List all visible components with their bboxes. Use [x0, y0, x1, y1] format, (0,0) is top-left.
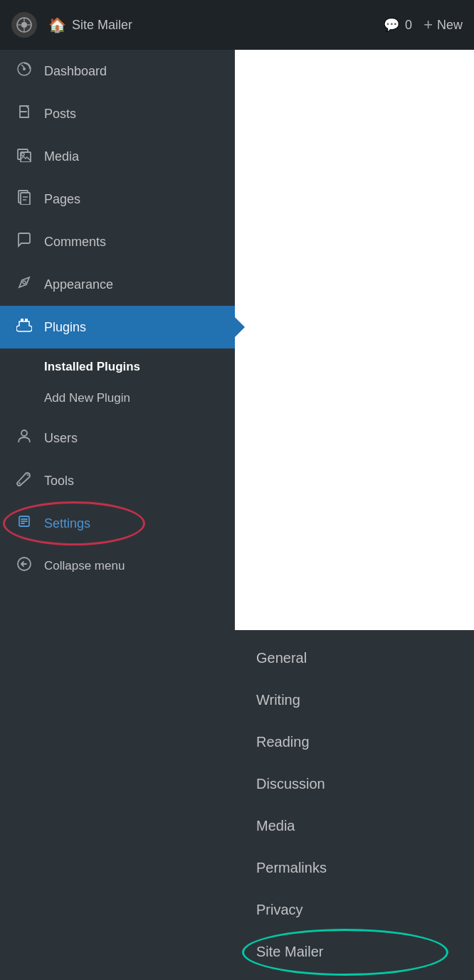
site-mailer-label: Site Mailer [256, 944, 323, 959]
settings-menu-permalinks[interactable]: Permalinks [235, 847, 474, 889]
main-layout: Dashboard Posts Media [0, 50, 474, 980]
svg-point-17 [21, 430, 27, 436]
media-icon [14, 147, 34, 166]
settings-menu-privacy[interactable]: Privacy [235, 889, 474, 931]
pages-label: Pages [44, 192, 80, 207]
sidebar: Dashboard Posts Media [0, 50, 235, 980]
reading-label: Reading [256, 734, 310, 750]
tools-label: Tools [44, 474, 74, 489]
tools-icon [14, 471, 34, 491]
sidebar-item-users[interactable]: Users [0, 417, 235, 459]
dashboard-label: Dashboard [44, 64, 107, 79]
pages-icon [14, 189, 34, 209]
sidebar-item-tools[interactable]: Tools [0, 459, 235, 502]
svg-line-6 [21, 65, 24, 68]
plugins-submenu: Installed Plugins Add New Plugin [0, 348, 235, 417]
settings-menu-reading[interactable]: Reading [235, 721, 474, 763]
plugins-icon [14, 317, 34, 337]
svg-rect-11 [21, 193, 30, 205]
admin-bar-new[interactable]: + New [423, 16, 463, 34]
main-white-content [235, 50, 474, 630]
settings-dropdown: General Writing Reading Discussion Media… [235, 630, 474, 980]
posts-label: Posts [44, 107, 76, 122]
appearance-label: Appearance [44, 277, 113, 292]
comments-sidebar-icon [14, 232, 34, 252]
comments-label: Comments [44, 235, 106, 250]
installed-plugins-label: Installed Plugins [44, 360, 140, 373]
discussion-label: Discussion [256, 776, 325, 792]
dashboard-icon [14, 61, 34, 81]
add-new-plugin-label: Add New Plugin [44, 391, 130, 405]
site-name-label: Site Mailer [72, 18, 132, 33]
home-icon: 🏠 [48, 16, 66, 33]
settings-menu-discussion[interactable]: Discussion [235, 763, 474, 805]
svg-point-18 [19, 482, 20, 484]
permalinks-label: Permalinks [256, 860, 327, 875]
writing-label: Writing [256, 692, 300, 708]
settings-menu-writing[interactable]: Writing [235, 679, 474, 721]
svg-point-5 [23, 68, 26, 70]
svg-point-14 [23, 281, 26, 284]
sidebar-item-dashboard[interactable]: Dashboard [0, 50, 235, 92]
submenu-add-new-plugin[interactable]: Add New Plugin [0, 383, 235, 414]
users-icon [14, 428, 34, 448]
right-content-area: General Writing Reading Discussion Media… [235, 50, 474, 980]
sidebar-item-media[interactable]: Media [0, 135, 235, 178]
collapse-menu-label: Collapse menu [44, 559, 125, 573]
settings-menu-media[interactable]: Media [235, 805, 474, 847]
plus-icon: + [423, 16, 433, 34]
privacy-label: Privacy [256, 902, 303, 917]
settings-label: Settings [44, 516, 90, 531]
sidebar-item-settings[interactable]: Settings [0, 502, 235, 545]
media-label: Media [44, 149, 79, 164]
media-settings-label: Media [256, 818, 295, 833]
comments-icon: 💬 [384, 17, 399, 33]
new-label: New [437, 18, 463, 33]
admin-bar-site[interactable]: 🏠 Site Mailer [48, 16, 132, 33]
settings-menu-general[interactable]: General [235, 637, 474, 679]
appearance-icon [14, 275, 34, 294]
sidebar-item-comments[interactable]: Comments [0, 220, 235, 263]
sidebar-item-posts[interactable]: Posts [0, 92, 235, 135]
sidebar-item-pages[interactable]: Pages [0, 178, 235, 220]
svg-line-19 [27, 474, 28, 476]
general-label: General [256, 650, 307, 666]
settings-menu-site-mailer[interactable]: Site Mailer [235, 931, 474, 973]
sidebar-item-plugins[interactable]: Plugins [0, 306, 235, 348]
comments-count: 0 [405, 18, 412, 33]
plugins-label: Plugins [44, 320, 86, 335]
posts-icon [14, 104, 34, 124]
submenu-installed-plugins[interactable]: Installed Plugins [0, 351, 235, 383]
collapse-menu[interactable]: Collapse menu [0, 545, 235, 587]
admin-bar-comments[interactable]: 💬 0 [384, 17, 412, 33]
users-label: Users [44, 431, 78, 446]
collapse-icon [14, 556, 34, 576]
sidebar-item-appearance[interactable]: Appearance [0, 263, 235, 306]
wp-logo[interactable] [11, 12, 37, 38]
admin-bar: 🏠 Site Mailer 💬 0 + New [0, 0, 474, 50]
settings-icon [14, 513, 34, 533]
